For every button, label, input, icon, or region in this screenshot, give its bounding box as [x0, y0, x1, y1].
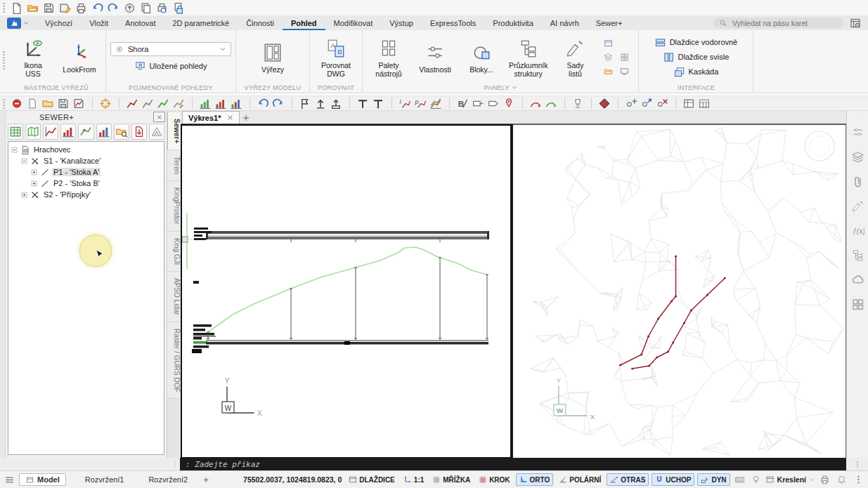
sewer-tool-icon[interactable]	[387, 98, 392, 109]
ribbon-tab[interactable]: Pohled	[283, 15, 325, 30]
tree-item[interactable]: c S1 - 'Kanalizace'	[8, 155, 164, 166]
sewer-tool-icon[interactable]	[624, 97, 638, 110]
sewer-tool-icon[interactable]	[471, 97, 485, 110]
status-icon[interactable]	[820, 475, 830, 484]
tree-item[interactable]: P2 - 'Stoka B'	[8, 178, 164, 189]
sewer-tool-icon[interactable]	[613, 98, 618, 109]
sewer-tool-icon[interactable]	[87, 98, 93, 109]
viewports-button[interactable]: Výřezy	[251, 39, 294, 75]
right-toolbar-icon[interactable]	[851, 126, 864, 139]
sewer-tool-icon[interactable]	[544, 97, 558, 110]
layout-tab[interactable]: Model	[19, 473, 66, 486]
status-icon[interactable]	[751, 475, 761, 484]
viewport-profile[interactable]: WYX	[181, 124, 512, 459]
ribbon-tab[interactable]: Produktivita	[484, 15, 541, 30]
sewer-tool-icon[interactable]: i	[398, 97, 412, 110]
command-line[interactable]: : Zadejte příkaz	[180, 458, 846, 470]
status-toggle[interactable]: UCHOP	[652, 473, 694, 486]
sewer-tool-icon[interactable]	[245, 98, 250, 109]
panel-side-tab[interactable]: APSO Lidar	[167, 272, 181, 322]
search-input[interactable]	[731, 18, 825, 28]
tree-item[interactable]: c S2 - 'Přípojky'	[8, 189, 164, 200]
ucs-icon-button[interactable]: Ikona USS	[11, 35, 55, 79]
tool-palettes-button[interactable]: Palety nástrojů	[367, 35, 410, 79]
status-icon[interactable]	[734, 475, 745, 484]
sewer-tool-icon[interactable]	[329, 97, 343, 110]
tree-item[interactable]: Hrachovec	[8, 144, 164, 155]
panel-layers-icon[interactable]	[604, 53, 613, 62]
ribbon-tab[interactable]: Vložit	[81, 15, 117, 30]
ribbon-tab[interactable]: Výchozí	[37, 15, 81, 30]
panel-side-tab[interactable]: Raster / GURS DOF	[167, 322, 181, 400]
ribbon-tab[interactable]: ExpressTools	[422, 15, 484, 30]
sewer-tool-icon[interactable]	[517, 98, 523, 109]
sewer-tool-icon[interactable]	[671, 98, 676, 109]
tile-horizontally-button[interactable]: Dlaždice vodorovně	[652, 37, 741, 48]
ribbon-tab[interactable]: Činnosti	[238, 15, 283, 30]
ribbon-tab[interactable]: Sewer+	[588, 15, 631, 30]
quick-access-icon[interactable]	[26, 1, 39, 15]
quick-access-icon[interactable]	[10, 1, 23, 15]
status-toggle[interactable]: ORTO	[516, 473, 554, 486]
viewport-plan[interactable]: WYX	[513, 124, 846, 459]
app-logo-icon[interactable]	[7, 18, 21, 29]
sewer-tool-icon[interactable]	[298, 97, 312, 110]
tile-vertically-button[interactable]: Dlaždice svisle	[661, 51, 732, 63]
status-icon[interactable]	[836, 475, 847, 484]
kebab-icon[interactable]	[854, 460, 861, 468]
sewer-tool-icon[interactable]	[529, 97, 543, 110]
sewer-tool-icon[interactable]	[141, 97, 155, 110]
sewer-tool-icon[interactable]	[156, 97, 170, 110]
layout-tab[interactable]: Rozvržení2	[131, 473, 193, 486]
toolbar-grip-icon[interactable]	[853, 113, 862, 116]
sewer-tool-icon[interactable]	[586, 98, 592, 109]
new-drawing-tab-button[interactable]	[240, 112, 252, 124]
status-icon[interactable]	[853, 475, 864, 484]
panel-close-button[interactable]	[153, 112, 165, 122]
sewer-tool-icon[interactable]	[356, 97, 370, 110]
quick-access-icon[interactable]	[91, 1, 104, 15]
sewer-tool-icon[interactable]	[287, 98, 292, 109]
quick-access-icon[interactable]	[42, 1, 56, 15]
sewer-tool-icon[interactable]	[198, 97, 212, 110]
right-toolbar-icon[interactable]	[851, 249, 864, 262]
status-toggle[interactable]: 1:1	[401, 474, 427, 485]
quick-access-icon[interactable]	[123, 1, 136, 15]
sewer-tool-icon[interactable]	[697, 97, 711, 110]
sewer-tool-icon[interactable]	[571, 97, 585, 110]
sewer-tool-icon[interactable]	[344, 98, 350, 109]
quick-access-icon[interactable]	[58, 1, 72, 15]
sewer-tool-icon[interactable]	[41, 97, 55, 110]
right-toolbar-icon[interactable]	[851, 298, 864, 311]
drawing-canvas[interactable]: WYX WYX	[181, 124, 846, 459]
panel-side-tab[interactable]: Teren	[167, 150, 181, 181]
right-toolbar-icon[interactable]	[851, 150, 864, 164]
sewer-tool-icon[interactable]	[229, 97, 243, 110]
saved-views-button[interactable]: H Uložené pohledy	[132, 60, 210, 72]
right-toolbar-icon[interactable]	[851, 175, 864, 188]
right-toolbar-icon[interactable]	[851, 199, 864, 213]
tree-expander-icon[interactable]	[20, 157, 28, 165]
panel-tool-icon[interactable]	[25, 124, 41, 140]
panel-tool-icon[interactable]	[114, 124, 129, 140]
status-toggle[interactable]: POLÁRNÍ	[556, 474, 604, 485]
sewer-tool-icon[interactable]	[313, 97, 328, 110]
panel-screen-icon[interactable]	[620, 67, 629, 76]
quick-access-icon[interactable]	[107, 1, 120, 15]
panel-side-tab[interactable]: King GJI	[167, 232, 181, 272]
panel-tool-icon[interactable]	[8, 124, 23, 140]
tree-expander-icon[interactable]	[11, 146, 18, 154]
status-toggle[interactable]: KROK	[476, 474, 512, 485]
tree-expander-icon[interactable]	[30, 169, 38, 176]
sewer-tool-icon[interactable]	[114, 98, 119, 109]
sewer-tool-icon[interactable]	[444, 98, 450, 109]
status-toggle[interactable]: DYN	[697, 473, 730, 486]
sewer-tool-icon[interactable]	[125, 97, 139, 110]
app-logo-chevron-icon[interactable]	[22, 20, 30, 27]
layout-tab[interactable]: Rozvržení1	[67, 473, 130, 486]
panel-side-tab[interactable]: KingProstor	[167, 181, 181, 231]
ribbon-tab[interactable]: AI návrh	[542, 15, 588, 30]
sewer-tool-icon[interactable]	[256, 97, 270, 110]
named-view-select[interactable]: Shora	[110, 42, 231, 56]
ribbon-search[interactable]	[713, 18, 844, 28]
